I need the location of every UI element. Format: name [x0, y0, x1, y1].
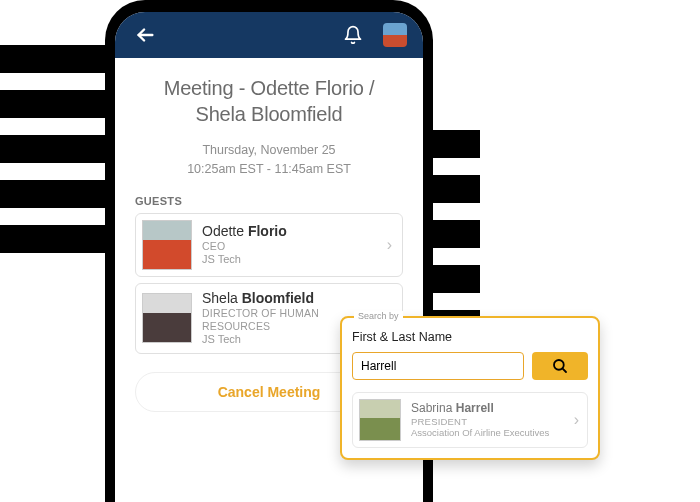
result-first-name: Sabrina — [411, 401, 452, 415]
arrow-left-icon — [134, 24, 156, 46]
result-role: PRESIDENT — [411, 416, 564, 427]
guest-first-name: Odette — [202, 223, 244, 239]
bell-icon — [343, 25, 363, 45]
guest-first-name: Shela — [202, 290, 238, 306]
title-line-2: Shela Bloomfield — [196, 103, 343, 125]
chevron-right-icon: › — [574, 411, 579, 429]
result-avatar — [359, 399, 401, 441]
guest-avatar — [142, 293, 192, 343]
meeting-date: Thursday, November 25 — [202, 143, 335, 157]
guest-last-name: Bloomfield — [242, 290, 314, 306]
notifications-button[interactable] — [339, 21, 367, 49]
back-button[interactable] — [131, 21, 159, 49]
search-popover: Search by First & Last Name Sabrina Harr… — [340, 316, 600, 460]
result-name: Sabrina Harrell — [411, 401, 564, 415]
guest-row[interactable]: Odette Florio CEO JS Tech › — [135, 213, 403, 277]
search-input[interactable] — [352, 352, 524, 380]
guest-avatar — [142, 220, 192, 270]
guest-name: Shela Bloomfield — [202, 290, 377, 308]
guest-role: CEO — [202, 240, 377, 253]
meeting-time: 10:25am EST - 11:45am EST — [187, 162, 351, 176]
search-legend: Search by — [354, 311, 403, 321]
meeting-datetime: Thursday, November 25 10:25am EST - 11:4… — [135, 141, 403, 179]
guest-last-name: Florio — [248, 223, 287, 239]
svg-line-2 — [562, 368, 566, 372]
search-icon — [551, 357, 569, 375]
guest-company: JS Tech — [202, 253, 377, 267]
profile-avatar[interactable] — [383, 23, 407, 47]
result-last-name: Harrell — [456, 401, 494, 415]
guest-info: Odette Florio CEO JS Tech — [202, 223, 377, 267]
chevron-right-icon: › — [387, 236, 392, 254]
guest-name: Odette Florio — [202, 223, 377, 241]
top-bar — [115, 12, 423, 58]
result-info: Sabrina Harrell PRESIDENT Association Of… — [411, 401, 564, 438]
guests-section-label: GUESTS — [135, 195, 403, 207]
title-line-1: Meeting - Odette Florio / — [164, 77, 375, 99]
search-button[interactable] — [532, 352, 588, 380]
search-mode-label: First & Last Name — [352, 330, 588, 344]
result-company: Association Of Airline Executives — [411, 427, 564, 438]
search-result-row[interactable]: Sabrina Harrell PRESIDENT Association Of… — [352, 392, 588, 448]
page-title: Meeting - Odette Florio / Shela Bloomfie… — [135, 76, 403, 127]
